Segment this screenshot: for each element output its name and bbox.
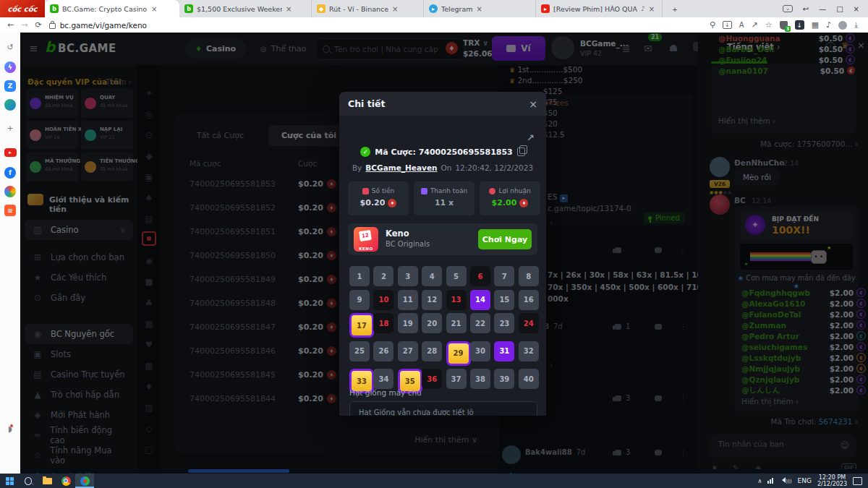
keno-cell[interactable]: 37 — [446, 369, 467, 389]
zalo-icon[interactable]: Z — [0, 80, 20, 92]
keno-cell[interactable]: 10 — [373, 290, 393, 310]
translate-icon[interactable]: A — [739, 21, 744, 29]
keno-cell[interactable]: 24 — [519, 313, 539, 333]
notification-bell-icon[interactable]: ◗ — [0, 424, 20, 434]
keno-cell[interactable]: 5 — [446, 266, 467, 286]
keno-cell[interactable]: 31 — [494, 341, 514, 361]
keno-cell[interactable]: 7 — [494, 266, 514, 286]
extension-icon[interactable]: ▦ — [812, 20, 819, 30]
share-icon[interactable]: ↗ — [527, 132, 535, 143]
keno-cell[interactable]: 4 — [422, 266, 442, 286]
keno-cell[interactable]: 3 — [398, 266, 418, 286]
keno-cell[interactable]: 8 — [519, 266, 539, 286]
youtube-shortcut-icon[interactable]: ▸ — [0, 148, 20, 157]
keno-cell[interactable]: 11 — [398, 290, 418, 310]
minimize-button[interactable]: — — [819, 5, 826, 13]
keno-cell[interactable]: 21 — [446, 313, 467, 333]
keno-cell[interactable]: 29 — [446, 341, 471, 366]
taskbar-clock[interactable]: 12:20 PM 2/12/2023 — [817, 474, 847, 487]
keno-cell[interactable]: 15 — [494, 290, 514, 310]
profile-avatar-icon[interactable] — [838, 21, 847, 30]
copy-icon[interactable] — [517, 147, 525, 156]
tray-expand-icon[interactable]: ∧ — [758, 478, 762, 484]
apps-ball-icon[interactable] — [0, 186, 20, 197]
keno-cell[interactable]: 23 — [494, 313, 514, 333]
keno-cell[interactable]: 6 — [470, 266, 490, 286]
keno-cell[interactable]: 1 — [349, 266, 370, 286]
keno-cell[interactable]: 34 — [373, 369, 393, 389]
tab-close-icon[interactable]: × — [477, 5, 482, 13]
feed-shortcut-icon[interactable]: ≡ — [0, 205, 20, 216]
file-explorer-icon[interactable] — [38, 474, 56, 488]
play-now-button[interactable]: Chơi Ngay — [478, 229, 532, 249]
keno-cell[interactable]: 16 — [519, 290, 539, 310]
keno-cell[interactable]: 22 — [470, 313, 490, 333]
tab-close-icon[interactable]: × — [392, 5, 398, 13]
taskbar-search-icon[interactable] — [19, 474, 38, 488]
tab-audio-icon[interactable]: ♪ — [641, 5, 645, 12]
restore-tab-icon[interactable]: ↩ — [803, 5, 809, 13]
coccoc-taskbar-icon[interactable] — [75, 474, 94, 488]
keno-cell[interactable]: 18 — [373, 313, 393, 333]
back-button[interactable]: ← — [7, 20, 14, 30]
maximize-button[interactable]: □ — [836, 5, 843, 13]
keno-cell[interactable]: 17 — [349, 313, 374, 338]
keno-cell[interactable]: 19 — [398, 313, 418, 333]
server-seed-box[interactable]: Hạt Giống vẫn chưa được tiết lộ — [349, 401, 537, 416]
keno-cell[interactable]: 9 — [349, 290, 370, 310]
stat-profit: Lợi nhuận $2.00 ♦ — [480, 181, 540, 215]
forward-button[interactable]: → — [21, 20, 27, 30]
tab-search-icon[interactable]: ⌄ — [783, 5, 793, 12]
download-manager-icon[interactable]: ↓ — [795, 20, 804, 30]
key-icon[interactable]: ⚲ — [710, 20, 715, 30]
close-modal-icon[interactable]: × — [529, 98, 537, 110]
add-shortcut-icon[interactable]: + — [0, 124, 20, 133]
url-field[interactable]: bc.game/vi/game/keno — [49, 21, 147, 30]
keno-cell[interactable]: 26 — [373, 341, 393, 361]
keno-cell[interactable]: 2 — [373, 266, 393, 286]
save-page-icon[interactable]: ↓ — [723, 21, 732, 29]
tab-weekend[interactable]: b $1,500 Exclusive Weekend Ke × — [179, 0, 312, 17]
tab-binance[interactable]: ◆ Rút - Ví - Binance × — [312, 0, 424, 17]
chrome-taskbar-icon[interactable] — [56, 474, 75, 488]
bookmark-star-icon[interactable]: ☆ — [765, 20, 773, 30]
facebook-shortcut-icon[interactable]: f — [0, 167, 20, 179]
keno-cell[interactable]: 20 — [422, 313, 442, 333]
keno-cell[interactable]: 39 — [494, 369, 514, 389]
game-name[interactable]: Keno — [386, 228, 409, 239]
photo-shortcut-icon[interactable] — [0, 99, 20, 111]
reload-button[interactable]: ⟳ — [35, 20, 41, 30]
action-center-icon[interactable] — [853, 477, 862, 485]
close-window-button[interactable]: × — [854, 5, 859, 13]
keno-game-icon: 12 KENO — [354, 227, 378, 252]
history-icon[interactable]: ↺ — [0, 43, 20, 52]
keno-cell[interactable]: 38 — [470, 369, 490, 389]
messenger-icon[interactable]: ϟ — [0, 61, 20, 73]
keno-cell[interactable]: 40 — [519, 369, 539, 389]
tab-telegram[interactable]: ▸ Telegram × — [424, 0, 536, 17]
start-button[interactable] — [0, 474, 19, 488]
keno-cell[interactable]: 32 — [519, 341, 539, 361]
keno-cell[interactable]: 36 — [422, 369, 442, 389]
keno-cell[interactable]: 27 — [398, 341, 418, 361]
tab-close-icon[interactable]: × — [286, 5, 292, 13]
share-icon[interactable]: ↗ — [752, 20, 758, 30]
tab-bcgame[interactable]: b BC.Game: Crypto Casino Gam × — [45, 0, 179, 17]
language-indicator[interactable]: ENG — [798, 477, 812, 484]
adblock-shield-icon[interactable]: 3 — [780, 21, 788, 30]
volume-icon[interactable]: ))) — [779, 477, 791, 484]
keno-cell[interactable]: 13 — [446, 290, 467, 310]
tab-close-icon[interactable]: × — [151, 5, 157, 13]
network-icon[interactable] — [767, 478, 773, 484]
media-icon[interactable]: ♪ — [826, 20, 831, 30]
bettor-link[interactable]: BCGame_Heaven — [365, 163, 437, 172]
downloads-icon[interactable]: ⤓ — [854, 20, 858, 30]
keno-cell[interactable]: 14 — [470, 290, 490, 310]
tab-youtube[interactable]: ▸ [Review Phim] HÀO QUA ♪ × — [536, 0, 663, 17]
keno-cell[interactable]: 12 — [422, 290, 442, 310]
keno-cell[interactable]: 30 — [470, 341, 490, 361]
tab-close-icon[interactable]: × — [649, 5, 655, 13]
keno-cell[interactable]: 25 — [349, 341, 370, 361]
new-tab-button[interactable]: + — [663, 0, 687, 17]
keno-cell[interactable]: 28 — [422, 341, 442, 361]
